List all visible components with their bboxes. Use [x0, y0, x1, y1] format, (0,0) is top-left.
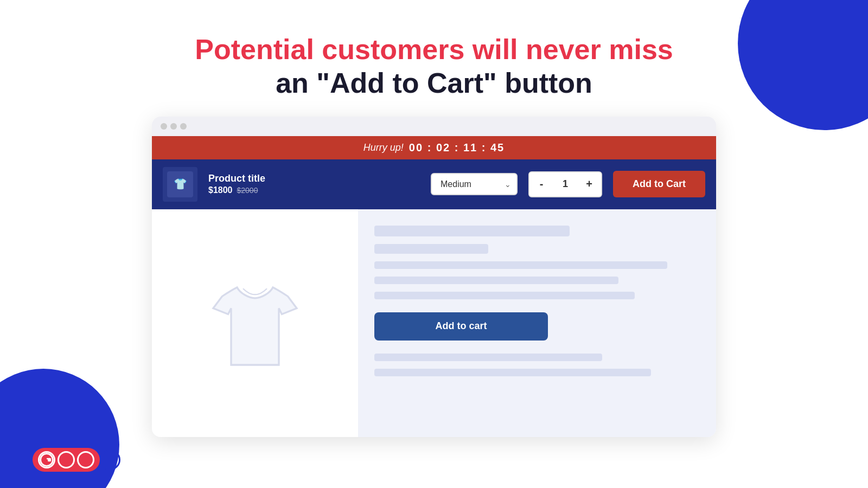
browser-dot-3	[180, 123, 187, 130]
logo-g-circle	[38, 451, 55, 468]
svg-text:👕: 👕	[174, 177, 187, 190]
skeleton-title	[374, 226, 570, 236]
logo-pill	[33, 448, 100, 472]
size-select[interactable]: Small Medium Large XL	[431, 173, 518, 195]
price-current: $1800	[208, 185, 233, 195]
skeleton-price	[374, 244, 488, 254]
quantity-decrease-button[interactable]: -	[529, 172, 553, 196]
svg-point-2	[41, 454, 53, 466]
skeleton-desc-3	[374, 292, 635, 299]
logo-g-icon	[40, 451, 54, 468]
product-thumb-icon: 👕	[167, 171, 193, 197]
heading-section: Potential customers will never miss an "…	[0, 0, 868, 117]
browser-dot-2	[170, 123, 177, 130]
logo-o1-circle	[58, 451, 75, 468]
add-to-cart-sticky-button[interactable]: Add to Cart	[613, 171, 705, 197]
product-info: Product title $1800 $2000	[208, 173, 265, 195]
countdown-label: Hurry up!	[363, 142, 404, 153]
browser-mockup: Hurry up! 00 : 02 : 11 : 45 👕 Product ti…	[152, 117, 716, 437]
skeleton-extra-1	[374, 354, 602, 361]
browser-dot-1	[161, 123, 167, 130]
size-select-wrapper[interactable]: Small Medium Large XL ⌄	[431, 173, 518, 195]
product-thumbnail: 👕	[163, 167, 197, 202]
svg-rect-4	[48, 458, 49, 462]
product-page-content: Add to cart	[152, 209, 716, 437]
add-to-cart-page-button[interactable]: Add to cart	[374, 312, 548, 341]
price-old: $2000	[237, 186, 258, 195]
svg-rect-3	[47, 458, 50, 459]
product-prices: $1800 $2000	[208, 185, 265, 195]
skeleton-desc-1	[374, 261, 667, 269]
heading-line1: Potential customers will never miss	[0, 33, 868, 66]
browser-chrome	[152, 117, 716, 136]
quantity-control: - 1 +	[528, 171, 602, 197]
product-image-area	[152, 209, 358, 437]
skeleton-extra-2	[374, 369, 651, 376]
logo	[33, 448, 120, 472]
logo-container	[33, 448, 120, 472]
countdown-timer: 00 : 02 : 11 : 45	[409, 142, 505, 154]
sticky-bar: 👕 Product title $1800 $2000 Small Medium…	[152, 159, 716, 209]
logo-o2-circle	[77, 451, 94, 468]
heading-line2: an "Add to Cart" button	[0, 66, 868, 100]
quantity-increase-button[interactable]: +	[577, 172, 601, 196]
logo-blue-circle	[100, 450, 120, 470]
product-details-area: Add to cart	[358, 209, 716, 437]
quantity-value: 1	[553, 178, 577, 190]
product-shirt-image	[195, 264, 315, 383]
countdown-bar: Hurry up! 00 : 02 : 11 : 45	[152, 136, 716, 159]
add-to-cart-page-label: Add to cart	[435, 320, 487, 332]
skeleton-desc-2	[374, 277, 618, 284]
product-title: Product title	[208, 173, 265, 184]
